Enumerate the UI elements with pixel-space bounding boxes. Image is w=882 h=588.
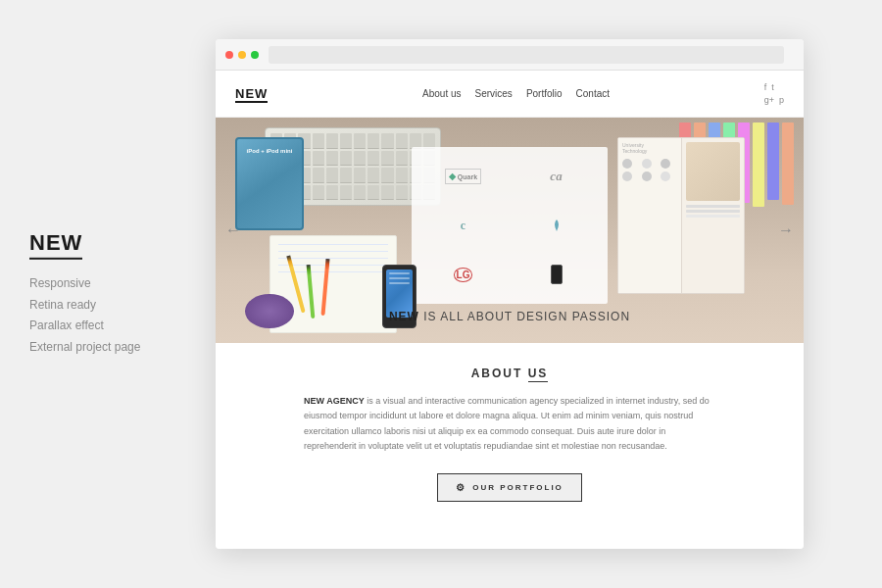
sidebar-brand: NEW [29,230,206,260]
nav-link-about[interactable]: About us [422,88,461,99]
browser-url-bar [269,46,784,64]
nav-links: About us Services Portfolio Contact [422,88,610,99]
nav-logo-text: NEW [235,86,268,103]
nav-link-contact[interactable]: Contact [576,88,610,99]
nav-link-portfolio[interactable]: Portfolio [526,88,563,99]
logo-leaf-shape [511,202,602,249]
twitter-icon[interactable]: t [771,82,774,92]
feature-parallax: Parallax effect [29,316,206,337]
nav-link-services[interactable]: Services [475,88,513,99]
about-body: NEW AGENCY is a visual and interactive c… [304,394,715,454]
circle-pattern [622,159,677,181]
social-row-bottom: g+ p [764,95,784,105]
about-brand-name: NEW AGENCY [304,396,365,406]
browser-chrome [216,39,804,71]
browser-window: NEW About us Services Portfolio Contact … [216,39,804,549]
outer-wrapper: NEW Responsive Retina ready Parallax eff… [0,0,882,588]
website-nav: NEW About us Services Portfolio Contact … [216,71,804,118]
portfolio-icon: ⚙ [456,482,466,493]
dot-green [251,51,259,59]
feature-retina: Retina ready [29,294,206,316]
logo-lg: LG [417,251,509,298]
sidebar-info: NEW Responsive Retina ready Parallax eff… [29,230,206,358]
hero-text-overlay: NEW IS ALL ABOUT DESIGN PASSION [389,310,630,323]
nav-logo: NEW [235,86,268,101]
feature-external: External project page [29,337,206,359]
hero-section: iPod + iPod mini [216,118,804,343]
about-section: ABOUT US NEW AGENCY is a visual and inte… [216,343,804,525]
hero-arrow-right[interactable]: → [778,221,794,239]
about-title-underline: US [528,367,549,382]
pinterest-icon[interactable]: p [779,95,784,105]
mag-left: UniversityTechnology [618,138,682,293]
hero-arrow-left[interactable]: ← [225,221,241,239]
logo-ca: ca [511,153,602,200]
social-row-top: f t [764,82,784,92]
ipad-shape: iPod + iPod mini [235,137,304,230]
nav-social: f t g+ p [764,82,784,105]
logo-c-shape: c [417,202,509,249]
portfolio-button[interactable]: ⚙ OUR PORTFOLIO [437,473,582,502]
sidebar-features: Responsive Retina ready Parallax effect … [29,273,206,358]
magazine-shape: UniversityTechnology [617,137,745,294]
logos-overlay: ◆ Quark ca c LG [412,147,608,304]
hero-tagline: IS ALL ABOUT DESIGN PASSION [423,310,630,323]
portfolio-button-label: OUR PORTFOLIO [472,483,564,492]
logo-quark: ◆ Quark [417,153,509,200]
mag-right [682,138,745,293]
about-title-text: ABOUT [471,367,523,380]
feature-responsive: Responsive [29,273,206,295]
dot-red [225,51,233,59]
facebook-icon[interactable]: f [764,82,767,92]
googleplus-icon[interactable]: g+ [764,95,774,105]
about-title: ABOUT US [245,367,774,380]
about-body-text: is a visual and interactive communicatio… [304,396,710,451]
sidebar-brand-text: NEW [29,230,82,260]
website-content[interactable]: NEW About us Services Portfolio Contact … [216,71,804,549]
hero-brand: NEW [389,310,419,323]
logo-phone-in-grid [511,251,602,298]
browser-dots [225,51,259,59]
phone-screen-content [386,270,413,290]
hat-shape [245,294,294,328]
dot-yellow [238,51,246,59]
